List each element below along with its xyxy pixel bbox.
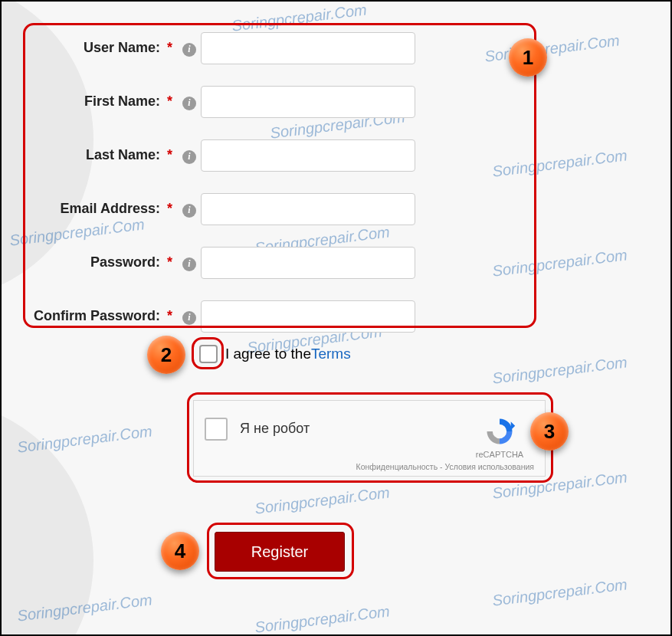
email-input[interactable] (201, 193, 415, 225)
label-text: Password: (90, 254, 160, 270)
svg-marker-0 (511, 421, 516, 430)
user-name-input[interactable] (201, 32, 415, 64)
register-button[interactable]: Register (215, 532, 345, 572)
recaptcha-icon (483, 415, 516, 448)
info-icon[interactable]: i (182, 311, 196, 325)
terms-area: I agree to the Terms (199, 345, 351, 363)
required-mark: * (167, 93, 172, 109)
label-password: Password: * i (2, 254, 201, 271)
required-mark: * (167, 308, 172, 323)
row-first-name: First Name: * i (2, 86, 538, 118)
annotation-badge-4: 4 (161, 532, 199, 570)
required-mark: * (167, 254, 172, 270)
first-name-input[interactable] (201, 86, 415, 118)
row-email: Email Address: * i (2, 193, 538, 225)
row-confirm-password: Confirm Password: * i (2, 300, 538, 333)
recaptcha-label: Я не робот (240, 415, 465, 437)
info-icon[interactable]: i (182, 257, 196, 271)
required-mark: * (167, 201, 172, 216)
info-icon[interactable]: i (182, 43, 196, 57)
password-input[interactable] (201, 247, 415, 279)
info-icon[interactable]: i (182, 97, 196, 110)
recaptcha-footer: Конфиденциальность - Условия использован… (356, 462, 534, 471)
label-text: User Name: (84, 40, 160, 55)
watermark: Soringpcrepair.Com (254, 484, 391, 517)
info-icon[interactable]: i (182, 204, 196, 218)
row-password: Password: * i (2, 247, 538, 279)
label-user-name: User Name: * i (2, 40, 201, 57)
required-mark: * (167, 40, 172, 55)
terms-checkbox[interactable] (199, 345, 218, 363)
watermark: Soringpcrepair.Com (231, 1, 368, 34)
label-last-name: Last Name: * i (2, 147, 201, 164)
registration-form: User Name: * i First Name: * i Last Name… (2, 32, 538, 354)
watermark: Soringpcrepair.Com (491, 575, 628, 609)
label-confirm-password: Confirm Password: * i (2, 308, 201, 325)
confirm-password-input[interactable] (201, 300, 415, 333)
recaptcha-widget: Я не робот reCAPTCHA Конфиденциальность … (193, 400, 546, 477)
recaptcha-checkbox[interactable] (205, 418, 228, 441)
watermark: Soringpcrepair.Com (254, 602, 391, 636)
watermark: Soringpcrepair.Com (491, 353, 628, 387)
recaptcha-branding: reCAPTCHA (465, 415, 534, 459)
label-email: Email Address: * i (2, 201, 201, 218)
label-text: Confirm Password: (34, 308, 160, 323)
terms-link[interactable]: Terms (311, 346, 351, 362)
label-text: Last Name: (86, 147, 160, 162)
bg-shape (0, 400, 93, 636)
required-mark: * (167, 147, 172, 162)
label-first-name: First Name: * i (2, 93, 201, 110)
info-icon[interactable]: i (182, 150, 196, 164)
terms-text: I agree to the (225, 346, 311, 362)
row-user-name: User Name: * i (2, 32, 538, 64)
last-name-input[interactable] (201, 139, 415, 172)
label-text: First Name: (84, 93, 160, 109)
label-text: Email Address: (61, 201, 160, 216)
recaptcha-brand: reCAPTCHA (476, 450, 523, 459)
row-last-name: Last Name: * i (2, 139, 538, 172)
